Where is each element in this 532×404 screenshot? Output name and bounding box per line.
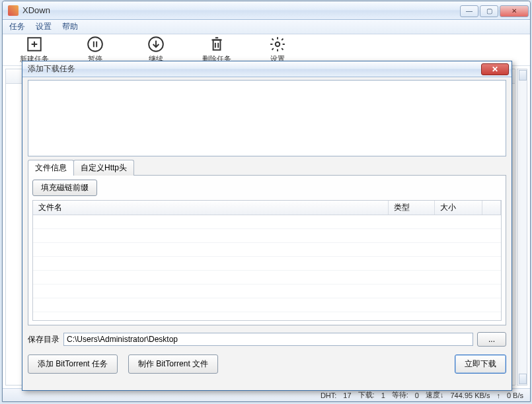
file-table: 文件名 类型 大小: [32, 200, 502, 321]
plus-square-icon: [26, 36, 43, 53]
table-row: [33, 298, 501, 312]
tool-resume[interactable]: 继续: [137, 36, 174, 64]
status-speed-down: 744.95 KB/s: [450, 391, 490, 399]
menu-help[interactable]: 帮助: [62, 21, 78, 32]
table-row: [33, 215, 501, 229]
fill-magnet-button[interactable]: 填充磁链前缀: [32, 180, 97, 196]
save-dir-label: 保存目录: [28, 334, 59, 345]
menubar: 任务 设置 帮助: [3, 20, 530, 34]
minimize-button[interactable]: —: [460, 5, 478, 17]
col-type[interactable]: 类型: [389, 201, 435, 215]
save-dir-input[interactable]: [63, 333, 473, 346]
app-title: XDown: [22, 5, 50, 15]
dialog-titlebar: 添加下载任务 ✕: [22, 61, 512, 77]
app-icon: [8, 5, 19, 16]
add-task-dialog: 添加下载任务 ✕ 文件信息 自定义Http头 填充磁链前缀 文件名 类型 大小: [22, 61, 512, 391]
tab-http-headers[interactable]: 自定义Http头: [73, 160, 134, 176]
add-bt-button[interactable]: 添加 BitTorrent 任务: [28, 354, 118, 374]
vertical-scrollbar[interactable]: [517, 69, 527, 386]
table-row: [33, 257, 501, 271]
file-table-body: [33, 215, 501, 320]
table-row: [33, 271, 501, 285]
menu-settings[interactable]: 设置: [36, 21, 52, 32]
file-table-header: 文件名 类型 大小: [33, 201, 501, 215]
svg-point-13: [276, 42, 280, 47]
tab-file-info[interactable]: 文件信息: [28, 160, 74, 176]
tabstrip: 文件信息 自定义Http头: [28, 159, 506, 175]
tool-settings[interactable]: 设置: [259, 36, 296, 64]
status-speed-up-label: ↑: [496, 391, 500, 399]
download-now-button[interactable]: 立即下载: [455, 354, 506, 374]
col-filename[interactable]: 文件名: [33, 201, 389, 215]
svg-rect-8: [213, 40, 221, 50]
status-dht-value: 17: [343, 391, 351, 399]
col-end: [482, 201, 501, 215]
browse-button[interactable]: ...: [477, 332, 506, 347]
col-size[interactable]: 大小: [435, 201, 482, 215]
url-input[interactable]: [28, 80, 506, 156]
status-down-value: 1: [381, 391, 385, 399]
table-row: [33, 285, 501, 298]
pause-icon: [87, 36, 104, 53]
window-controls: — ▢ ✕: [460, 4, 530, 17]
dialog-body: 文件信息 自定义Http头 填充磁链前缀 文件名 类型 大小: [22, 77, 512, 390]
trash-icon: [208, 36, 225, 53]
status-dht-label: DHT:: [321, 391, 336, 399]
make-bt-button[interactable]: 制作 BitTorrent 文件: [128, 354, 218, 374]
status-wait-value: 0: [415, 391, 419, 399]
status-speed-label: 速度↓: [426, 390, 444, 400]
status-wait-label: 等待:: [392, 390, 408, 400]
dialog-title: 添加下载任务: [28, 63, 75, 75]
menu-tasks[interactable]: 任务: [9, 21, 25, 32]
tool-delete[interactable]: 删除任务: [198, 36, 235, 64]
gear-icon: [269, 36, 286, 53]
dialog-close-button[interactable]: ✕: [481, 63, 509, 75]
tool-new-task[interactable]: 新建任务: [16, 36, 53, 64]
tab-panel-file-info: 填充磁链前缀 文件名 类型 大小: [28, 175, 506, 325]
maximize-button[interactable]: ▢: [480, 5, 498, 17]
status-down-label: 下载:: [358, 390, 375, 400]
tool-pause[interactable]: 暂停: [77, 36, 114, 64]
table-row: [33, 229, 501, 243]
titlebar: XDown — ▢ ✕: [3, 1, 530, 20]
table-row: [33, 243, 501, 257]
close-button[interactable]: ✕: [500, 5, 529, 17]
svg-point-3: [88, 37, 102, 51]
download-icon: [147, 36, 165, 53]
status-speed-up: 0 B/s: [507, 391, 523, 399]
dialog-bottom-row: 添加 BitTorrent 任务 制作 BitTorrent 文件 立即下载: [28, 354, 506, 374]
save-dir-row: 保存目录 ...: [28, 332, 506, 347]
